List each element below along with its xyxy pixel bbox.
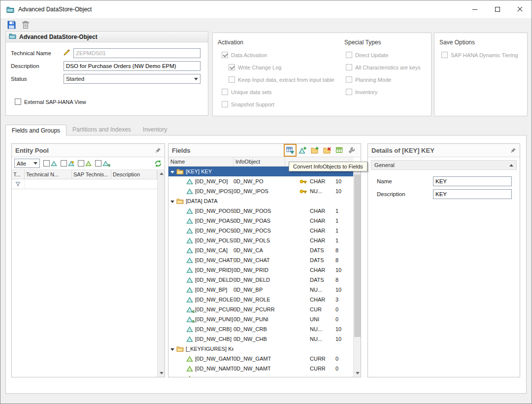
field-datatype: NU...: [310, 336, 335, 342]
field-row[interactable]: $: [168, 373, 354, 377]
status-label: Status: [11, 76, 27, 82]
collapse-icon: [509, 164, 513, 167]
expander-icon[interactable]: [170, 171, 174, 173]
activation-checkbox: Write Change Log: [229, 64, 340, 70]
special-type-checkbox: All Characteristics are keys: [346, 64, 430, 70]
field-name-cell: $ [_KEYFIGURES] Key...: [168, 346, 233, 352]
field-name: [0D_NW_PO]: [195, 178, 228, 184]
field-row[interactable]: $ [0D_NW_POLS] 0D_NW_POLS CHAR 1: [168, 236, 354, 245]
folder-icon: [176, 346, 184, 352]
pencil-icon[interactable]: [63, 49, 70, 57]
field-row[interactable]: $ [0D_NW_POAS] 0D_NW_POAS CHAR 1: [168, 216, 354, 226]
field-row[interactable]: $ [0D_NW_PO] 0D_NW_PO CHAR 10: [168, 176, 354, 186]
characteristic-filter-checkbox[interactable]: [43, 160, 50, 167]
description-input[interactable]: [64, 61, 200, 71]
pin-icon[interactable]: [510, 147, 516, 153]
entity-pool-filter-row[interactable]: [12, 179, 157, 189]
infoobject-icon: $: [186, 218, 193, 224]
column-header[interactable]: Description: [111, 170, 157, 179]
close-icon[interactable]: [509, 0, 532, 18]
refresh-icon[interactable]: [154, 160, 162, 168]
delete-icon[interactable]: [22, 21, 29, 29]
field-row[interactable]: $ [0D_NW_PUNI] 0D_NW_PUNI UNI 0: [168, 314, 354, 324]
expander-icon[interactable]: [170, 348, 174, 351]
field-length: 10: [335, 178, 350, 184]
field-row[interactable]: $ [DATA] DATA: [168, 196, 354, 206]
minimize-icon[interactable]: [464, 0, 486, 18]
infoobject-name: 0D_NW_CHAT: [233, 257, 285, 263]
column-header[interactable]: SAP Technis...: [72, 170, 111, 179]
infoobject-name: 0D_NW_CRB: [233, 326, 285, 332]
field-name: [0D_NW_IPOS]: [195, 188, 233, 194]
currency-filter-checkbox[interactable]: [95, 160, 101, 167]
scrollbar-thumb[interactable]: [354, 174, 361, 337]
entity-filter-select[interactable]: Alle: [14, 159, 40, 168]
field-row[interactable]: $ [0D_NW_DELD] 0D_NW_DELD DATS 8: [168, 275, 354, 285]
general-section-header[interactable]: General: [371, 160, 517, 170]
convert-infoobjects-to-fields-icon[interactable]: [285, 145, 296, 156]
field-name-cell: $ [0D_NW_IPOS]: [168, 188, 233, 195]
details-title: Details of [KEY] KEY: [371, 147, 434, 154]
manage-fields-icon[interactable]: [334, 145, 345, 156]
field-row[interactable]: $ [0D_NW_IPOS] 0D_NW_IPOS NU... 10: [168, 186, 354, 196]
groupbox-header: Advanced DataStore-Object: [6, 32, 208, 42]
external-hana-view-checkbox[interactable]: External SAP-HANA View: [15, 99, 86, 105]
field-name: [0D_NW_POLS]: [195, 237, 233, 243]
pin-icon[interactable]: [155, 147, 161, 153]
field-name: [_KEYFIGURES] Key...: [186, 346, 233, 352]
fields-scrollbar[interactable]: [353, 167, 361, 377]
window-title: Advanced DataStore-Object: [18, 6, 92, 13]
field-row[interactable]: $ [0D_NW_ROLE] 0D_NW_ROLE CHAR 3: [168, 295, 354, 304]
field-row[interactable]: $ [0D_NW_GAMT] 0D_NW_GAMT CURR 0: [168, 354, 354, 364]
infoobject-name: 0D_NW_PO: [233, 178, 285, 184]
checkbox-box: [346, 89, 352, 95]
activation-checkbox: Keep Input data, extract from input tabl…: [229, 76, 340, 83]
add-infoobject-icon[interactable]: [297, 145, 308, 156]
tab-fields-and-groups[interactable]: Fields and Groups: [5, 125, 66, 135]
entity-pool-toolbar: Alle: [12, 157, 165, 170]
status-select[interactable]: Started: [64, 74, 200, 84]
field-row[interactable]: $ [0D_NW_NAMT] 0D_NW_NAMT CURR 0: [168, 364, 354, 373]
infoobject-name: 0D_NW_GAMT: [233, 356, 285, 362]
fields-toolbar: [285, 145, 357, 156]
field-row[interactable]: $ [0D_NW_BP] 0D_NW_BP NU... 10: [168, 285, 354, 295]
field-row[interactable]: $ [0D_NW_CRB] 0D_NW_CRB NU... 10: [168, 324, 354, 334]
scroll-down-icon[interactable]: [158, 370, 165, 377]
save-icon[interactable]: [7, 21, 16, 29]
field-row[interactable]: $ [_KEYFIGURES] Key...: [168, 344, 354, 354]
activation-checkbox: Unique data sets: [222, 89, 340, 95]
remove-group-icon[interactable]: [322, 145, 332, 156]
expander-icon[interactable]: [170, 201, 174, 203]
field-row[interactable]: $ [0D_NW_CHAT] 0D_NW_CHAT DATS 8: [168, 255, 354, 265]
column-header[interactable]: InfoObject: [233, 157, 285, 166]
field-row[interactable]: $ [0D_NW_CA] 0D_NW_CA DATS 8: [168, 245, 354, 255]
edit-properties-icon[interactable]: [346, 145, 357, 156]
detail-description-input[interactable]: [433, 189, 512, 199]
app-window: Advanced DataStore-Object Advanced DataS…: [0, 0, 532, 404]
field-row[interactable]: $ [0D_NW_PRID] 0D_NW_PRID CHAR 10: [168, 265, 354, 275]
entity-pool-scrollbar[interactable]: [157, 170, 165, 377]
scroll-up-icon[interactable]: [158, 170, 165, 177]
maximize-icon[interactable]: [486, 0, 509, 18]
column-header[interactable]: Technical N...: [25, 170, 72, 179]
tab-inventory[interactable]: Inventory: [137, 124, 173, 135]
field-length: 3: [335, 297, 350, 303]
field-row[interactable]: $ [0D_NW_POOS] 0D_NW_POOS CHAR 1: [168, 206, 354, 216]
infoobject-icon: $: [186, 336, 193, 342]
checkbox-box: [229, 76, 235, 83]
scroll-down-icon[interactable]: [354, 370, 361, 377]
tab-partitions-and-indexes[interactable]: Partitions and Indexes: [66, 124, 137, 135]
field-row[interactable]: $ [0D_NW_CHB] 0D_NW_CHB NU... 10: [168, 334, 354, 344]
column-header[interactable]: Name: [168, 157, 233, 166]
column-header[interactable]: T...: [12, 170, 25, 179]
field-name-cell: $ [0D_NW_CA]: [168, 247, 233, 254]
field-row[interactable]: $ [0D_NW_POCS] 0D_NW_POCS CHAR 1: [168, 226, 354, 236]
entity-filter-value: Alle: [17, 161, 26, 167]
detail-name-input[interactable]: [433, 176, 512, 186]
field-row[interactable]: $ [0D_NW_PCURR] 0D_NW_PCURR CUR 0: [168, 304, 354, 314]
add-group-icon[interactable]: [309, 145, 320, 156]
unit-filter-checkbox[interactable]: [78, 160, 84, 167]
entity-pool-title: Entity Pool: [15, 147, 49, 154]
time-characteristic-filter-checkbox[interactable]: [61, 160, 67, 167]
field-length: 1: [335, 208, 350, 214]
